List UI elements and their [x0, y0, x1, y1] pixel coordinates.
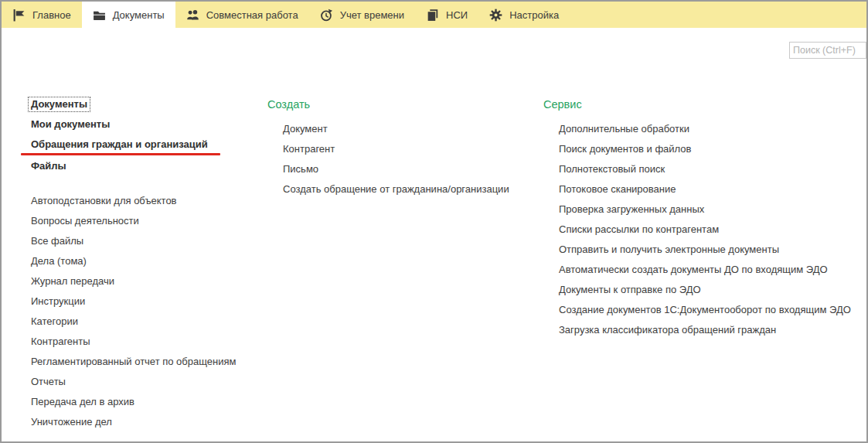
service-items-list: Дополнительные обработки Поиск документо…	[543, 119, 860, 340]
nav-item-vse-fayly[interactable]: Все файлы	[31, 231, 263, 251]
create-section-title: Создать	[267, 94, 523, 114]
create-section: Создать Документ Контрагент Письмо Созда…	[267, 94, 523, 199]
left-nav-secondary-list: Автоподстановки для объектов Вопросы дея…	[31, 191, 263, 432]
tab-label: Учет времени	[340, 9, 404, 21]
nav-item-moi-dokumenty[interactable]: Мои документы	[31, 114, 263, 135]
tab-label: Документы	[113, 9, 165, 21]
create-item-pismo[interactable]: Письмо	[283, 159, 523, 179]
tab-label: Совместная работа	[206, 9, 298, 21]
tab-nastroyka[interactable]: Настройка	[478, 2, 570, 28]
nav-item-zhurnal-peredachi[interactable]: Журнал передачи	[31, 271, 263, 291]
service-item-zagruzka-klassifikatora[interactable]: Загрузка классификатора обращений гражда…	[559, 320, 860, 340]
service-item-potokovoe-skanirovanie[interactable]: Потоковое сканирование	[559, 179, 860, 199]
service-item-poisk-dokumentov[interactable]: Поиск документов и файлов	[559, 139, 860, 159]
service-item-otpravit-poluchit[interactable]: Отправить и получить электронные докумен…	[559, 240, 860, 260]
nav-item-fayly[interactable]: Файлы	[31, 156, 263, 176]
create-items-list: Документ Контрагент Письмо Создать обращ…	[267, 119, 523, 199]
app-window: Главное Документы Совместная работа Учет…	[0, 0, 868, 443]
service-item-spiski-rassylki[interactable]: Списки рассылки по контрагентам	[559, 220, 860, 240]
nav-item-reglament-otchet[interactable]: Регламентированный отчет по обращениям	[31, 352, 263, 372]
nav-item-otchety[interactable]: Отчеты	[31, 372, 263, 392]
tab-label: Настройка	[509, 9, 559, 21]
nav-item-avtopodstanovki[interactable]: Автоподстановки для объектов	[31, 191, 263, 211]
service-item-proverka-dannykh[interactable]: Проверка загруженных данных	[559, 199, 860, 220]
service-item-sozdanie-dokumentov-edo[interactable]: Создание документов 1С:Документооборот п…	[559, 300, 860, 320]
nav-item-peredacha-del[interactable]: Передача дел в архив	[31, 392, 263, 412]
tab-nsi[interactable]: НСИ	[415, 2, 478, 28]
nav-item-dokumenty[interactable]: Документы	[31, 94, 263, 114]
folder-icon	[93, 9, 106, 22]
tab-glavnoe[interactable]: Главное	[2, 2, 82, 28]
section-tab-bar: Главное Документы Совместная работа Учет…	[2, 2, 866, 28]
tab-sovmestnaya-rabota[interactable]: Совместная работа	[175, 2, 309, 28]
search-field-container	[789, 42, 866, 59]
tab-label: НСИ	[446, 9, 468, 21]
create-item-kontragent[interactable]: Контрагент	[283, 139, 523, 159]
nav-item-voprosy[interactable]: Вопросы деятельности	[31, 211, 263, 231]
create-item-obrashchenie[interactable]: Создать обращение от гражданина/организа…	[283, 179, 523, 199]
tab-label: Главное	[32, 9, 71, 21]
left-nav-column: Документы Мои документы Обращения гражда…	[31, 94, 263, 432]
service-item-avto-sozdat-do[interactable]: Автоматически создать документы ДО по вх…	[559, 260, 860, 280]
service-section: Сервис Дополнительные обработки Поиск до…	[543, 94, 860, 340]
service-item-polnotekstovyy-poisk[interactable]: Полнотекстовый поиск	[559, 159, 860, 179]
clock-icon	[320, 9, 333, 22]
tab-dokumenty[interactable]: Документы	[82, 2, 175, 28]
nav-item-kontragenty[interactable]: Контрагенты	[31, 332, 263, 352]
service-item-dop-obrabotki[interactable]: Дополнительные обработки	[559, 119, 860, 139]
nav-item-dela-toma[interactable]: Дела (тома)	[31, 251, 263, 271]
pages-icon	[426, 9, 439, 22]
service-section-title: Сервис	[543, 94, 860, 114]
nav-item-obrashcheniya[interactable]: Обращения граждан и организаций	[31, 135, 263, 155]
nav-item-instruktsii[interactable]: Инструкции	[31, 291, 263, 312]
nav-item-kategorii[interactable]: Категории	[31, 312, 263, 332]
gear-icon	[489, 9, 502, 22]
nav-item-unichtozhenie-del[interactable]: Уничтожение дел	[31, 412, 263, 432]
people-icon	[186, 9, 199, 22]
service-item-dokumenty-k-otpravke[interactable]: Документы к отправке по ЭДО	[559, 280, 860, 300]
flag-icon	[12, 9, 26, 22]
tab-uchet-vremeni[interactable]: Учет времени	[309, 2, 415, 28]
search-input[interactable]	[789, 42, 866, 59]
create-item-dokument[interactable]: Документ	[283, 119, 523, 139]
focused-item-box: Документы	[28, 97, 90, 112]
